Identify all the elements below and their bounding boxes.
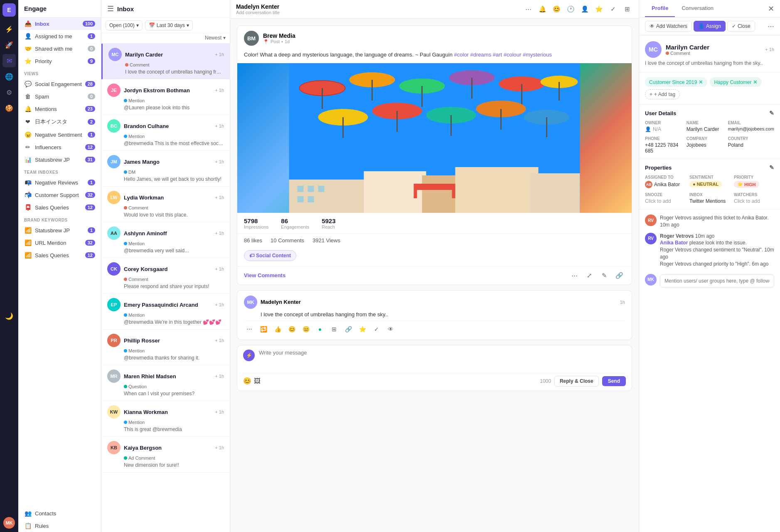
- snooze-value[interactable]: Click to add: [645, 198, 685, 204]
- user-avatar[interactable]: MK: [3, 517, 15, 529]
- sidebar-title: Engage: [18, 0, 101, 17]
- retweet-icon[interactable]: 🔁: [258, 324, 269, 335]
- sentiment-icon[interactable]: 😐: [300, 324, 311, 335]
- sidebar-item-contacts[interactable]: 👥 Contacts: [18, 507, 101, 520]
- bookmark-icon[interactable]: ⭐: [357, 324, 368, 335]
- sidebar-item-spam[interactable]: 🗑 Spam 0: [18, 90, 101, 103]
- watchers-value[interactable]: Click to add: [734, 198, 774, 204]
- svg-rect-35: [414, 190, 417, 198]
- sidebar-item-customer-support[interactable]: 📬 Customer Support 32: [18, 189, 101, 201]
- nav-moon-icon[interactable]: 🌙: [2, 309, 16, 323]
- date-filter-button[interactable]: 📅 Last 30 days ▾: [145, 20, 193, 30]
- sidebar-item-inbox[interactable]: 📥 Inbox 100: [18, 17, 101, 30]
- sidebar-item-shared[interactable]: 🤝 Shared with me 0: [18, 42, 101, 55]
- nav-globe-icon[interactable]: 🌐: [2, 70, 16, 83]
- grid-icon[interactable]: ⊞: [621, 3, 633, 15]
- sidebar-item-social-engagement[interactable]: 💬 Social Engagement 28: [18, 78, 101, 90]
- close-ticket-button[interactable]: ✓ Close: [727, 21, 755, 32]
- link-icon[interactable]: 🔗: [613, 270, 625, 281]
- grid-action-icon[interactable]: ⊞: [329, 324, 340, 335]
- sidebar-item-mentions[interactable]: 🔔 Mentions 23: [18, 103, 101, 115]
- more-options-icon[interactable]: ⋯: [522, 3, 534, 15]
- sidebar-item-influencers[interactable]: ✏ Influencers 12: [18, 141, 101, 153]
- nav-inbox-icon[interactable]: ✉: [2, 54, 16, 67]
- open-filter-button[interactable]: Open (100) ▾: [106, 20, 143, 30]
- activity-input[interactable]: [660, 274, 774, 288]
- list-item[interactable]: KB Kaiya Bergson + 1h Ad Comment New dim…: [101, 437, 230, 473]
- activity-text-1: Roger Vetrovs assigned this ticket to An…: [660, 215, 768, 228]
- activity-item-1: RV Roger Vetrovs assigned this ticket to…: [645, 214, 774, 229]
- list-item[interactable]: JE Jordyn Ekstrom Bothman + 1h Mention @…: [101, 79, 230, 115]
- list-item[interactable]: BC Brandon Culhane + 1h Mention @brewmed…: [101, 115, 230, 151]
- compose-input[interactable]: [259, 350, 626, 370]
- svg-rect-27: [455, 167, 539, 213]
- add-tag-button[interactable]: + + Add tag: [645, 89, 680, 99]
- green-circle-icon[interactable]: ●: [315, 324, 325, 335]
- avatar: MR: [107, 369, 121, 383]
- nav-cookie-icon[interactable]: 🍪: [2, 101, 16, 115]
- sidebar-item-negative-reviews[interactable]: 📭 Negative Reviews 1: [18, 176, 101, 189]
- sidebar-item-sales-queries[interactable]: 📮 Sales Queries 12: [18, 201, 101, 214]
- sidebar-item-brand-3[interactable]: 📶 Sales Queries 12: [18, 249, 101, 261]
- details-edit-icon[interactable]: ✎: [769, 110, 774, 116]
- media-compose-icon[interactable]: 🖼: [254, 377, 261, 385]
- emoji-icon[interactable]: 😊: [551, 3, 562, 15]
- list-item[interactable]: MC Marilyn Carder + 1h Comment I love th…: [101, 44, 230, 79]
- list-item[interactable]: AA Ashlynn Aminoff + 1h Mention @brewmed…: [101, 222, 230, 258]
- tag-customer-since: Customer Since 2019 ✕: [645, 77, 707, 87]
- sidebar-item-rules[interactable]: 📋 Rules: [18, 520, 101, 532]
- check-icon[interactable]: ✓: [607, 3, 619, 15]
- nav-icon-1[interactable]: ⚡: [2, 22, 16, 36]
- sidebar-item-negative[interactable]: 😠 Negative Sentiment 1: [18, 128, 101, 141]
- sidebar-item-assigned[interactable]: 👤 Assigned to me 1: [18, 30, 101, 42]
- assign-button[interactable]: 👤 Assign: [694, 21, 726, 32]
- list-item[interactable]: PR Phillip Rosser + 1h Mention @brewmedi…: [101, 330, 230, 365]
- properties-edit-icon[interactable]: ✎: [769, 164, 774, 171]
- emoji-react-icon[interactable]: 😊: [286, 324, 297, 335]
- tab-profile[interactable]: Profile: [645, 0, 675, 17]
- view-comments-link[interactable]: View Comments: [244, 272, 285, 278]
- list-item[interactable]: JM James Mango + 1h DM Hello James, we w…: [101, 151, 230, 187]
- social-content-tag[interactable]: 🏷 Social Content: [244, 250, 296, 261]
- like-icon[interactable]: 👍: [272, 324, 283, 335]
- sidebar-item-brand-1[interactable]: 📶 Statusbrew JP 1: [18, 224, 101, 236]
- tag-close-icon[interactable]: ✕: [699, 79, 703, 85]
- hide-icon[interactable]: 👁: [385, 324, 396, 335]
- sidebar-item-brand-2[interactable]: 📶 URL Mention 32: [18, 236, 101, 249]
- nav-icon-2[interactable]: 🚀: [2, 38, 16, 52]
- more-panel-icon[interactable]: ⋯: [768, 22, 774, 30]
- list-item[interactable]: LW Lydia Workman + 1h Comment Would love…: [101, 187, 230, 222]
- inbox-value: Twitter Mentions: [689, 198, 730, 204]
- nav-settings-icon[interactable]: ⚙: [2, 86, 16, 99]
- clock-icon[interactable]: 🕐: [565, 3, 576, 15]
- list-item[interactable]: EP Emery Passaquindici Arcand + 1h Menti…: [101, 294, 230, 330]
- sort-button[interactable]: Newest ▾: [205, 35, 226, 41]
- tab-conversation[interactable]: Conversation: [675, 0, 720, 17]
- tag-close-icon-2[interactable]: ✕: [753, 79, 758, 85]
- expand-icon[interactable]: ⤢: [583, 270, 595, 281]
- sidebar-item-priority[interactable]: ⭐ Priority 9: [18, 55, 101, 67]
- panel-close-icon[interactable]: ✕: [768, 4, 774, 13]
- comment-section: MK Madelyn Kenter 1h I love the concept …: [237, 290, 632, 340]
- list-item[interactable]: MR Maren Rhiel Madsen + 1h Question When…: [101, 365, 230, 401]
- bell-icon[interactable]: 🔔: [536, 3, 548, 15]
- assign-user-icon[interactable]: 👤: [579, 3, 591, 15]
- emoji-compose-icon[interactable]: 😊: [243, 377, 251, 385]
- menu-icon[interactable]: ☰: [107, 4, 114, 13]
- more-icon[interactable]: ⋯: [568, 270, 580, 281]
- reply-close-button[interactable]: Reply & Close: [554, 376, 599, 387]
- check-action-icon[interactable]: ✓: [371, 324, 382, 335]
- sidebar-item-statusbrew-jp[interactable]: 📊 Statusbrew JP 31: [18, 153, 101, 166]
- star-icon[interactable]: ⭐: [593, 3, 605, 15]
- list-item[interactable]: CK Corey Korsgaard + 1h Comment Please r…: [101, 258, 230, 294]
- send-button[interactable]: Send: [602, 376, 626, 386]
- app-logo: E: [2, 3, 16, 17]
- edit-icon[interactable]: ✎: [598, 270, 610, 281]
- conversation-title-input[interactable]: Add conversation title: [236, 10, 519, 15]
- link-action-icon[interactable]: 🔗: [343, 324, 354, 335]
- more-action-icon[interactable]: ⋯: [244, 324, 255, 335]
- add-watchers-button[interactable]: 👁 Add Watchers: [645, 21, 692, 32]
- list-item[interactable]: KW Kianna Workman + 1h Mention This is g…: [101, 401, 230, 437]
- sidebar: Engage 📥 Inbox 100 👤 Assigned to me 1 🤝 …: [18, 0, 101, 532]
- sidebar-item-jp[interactable]: ❤ 日本インスタ 2: [18, 115, 101, 128]
